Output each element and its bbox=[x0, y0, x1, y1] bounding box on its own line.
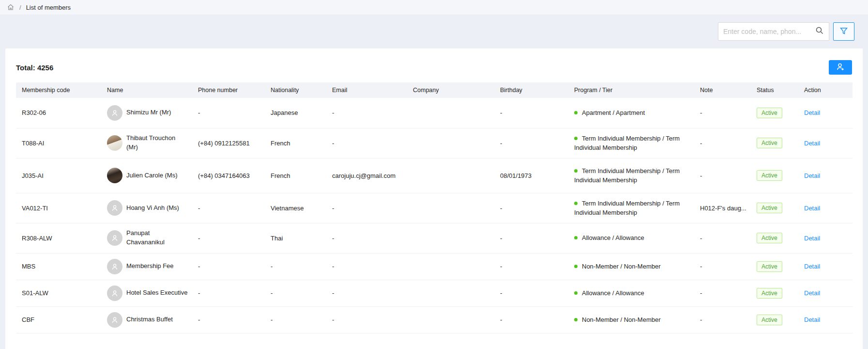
detail-link[interactable]: Detail bbox=[804, 263, 820, 270]
detail-link[interactable]: Detail bbox=[804, 109, 820, 116]
note-cell: - bbox=[695, 306, 752, 333]
toolbar bbox=[718, 22, 854, 41]
column-header: Note bbox=[695, 82, 752, 98]
home-icon[interactable] bbox=[7, 3, 15, 11]
status-badge: Active bbox=[757, 203, 782, 213]
avatar bbox=[107, 230, 122, 246]
detail-link[interactable]: Detail bbox=[804, 140, 820, 147]
program-status-dot bbox=[574, 265, 578, 268]
table-row: S01-ALW Hotel Sales Executive - - - - Al… bbox=[16, 280, 853, 306]
breadcrumb-current: List of members bbox=[26, 4, 71, 11]
program-tier-text: Term Individual Membership / Term Indivi… bbox=[574, 200, 680, 217]
column-header: Nationality bbox=[266, 82, 327, 98]
detail-link[interactable]: Detail bbox=[804, 289, 820, 297]
member-name: Hoang Vi Anh (Ms) bbox=[126, 204, 179, 213]
column-header: Status bbox=[752, 82, 799, 98]
name-cell: Shimizu Mr (Mr) bbox=[102, 98, 193, 128]
note-cell: - bbox=[695, 98, 752, 128]
status-cell: Active bbox=[752, 158, 799, 193]
name-cell: Julien Carole (Ms) bbox=[102, 158, 193, 193]
member-name: Thibaut Trouchon (Mr) bbox=[126, 134, 188, 152]
company-cell bbox=[408, 158, 495, 193]
detail-link[interactable]: Detail bbox=[804, 235, 820, 242]
member-name: Julien Carole (Ms) bbox=[126, 171, 177, 180]
action-cell: Detail bbox=[799, 306, 853, 333]
phone-cell: - bbox=[193, 280, 266, 306]
email-cell: carojuju.cj@gmail.com bbox=[327, 158, 408, 193]
member-name: Hotel Sales Executive bbox=[126, 288, 187, 298]
column-header: Action bbox=[799, 82, 853, 98]
company-cell bbox=[408, 98, 495, 128]
status-cell: Active bbox=[752, 128, 799, 158]
membership-code-cell: R302-06 bbox=[16, 98, 102, 128]
program-tier-text: Term Individual Membership / Term Indivi… bbox=[574, 167, 680, 184]
avatar bbox=[107, 135, 122, 151]
detail-link[interactable]: Detail bbox=[804, 172, 820, 179]
note-cell: - bbox=[695, 158, 752, 193]
action-cell: Detail bbox=[799, 128, 853, 158]
search-input[interactable] bbox=[723, 28, 815, 35]
program-tier-cell: Term Individual Membership / Term Indivi… bbox=[569, 193, 695, 223]
column-header: Name bbox=[102, 82, 193, 98]
birthday-cell: - bbox=[495, 223, 569, 253]
status-badge: Active bbox=[757, 138, 782, 148]
action-cell: Detail bbox=[799, 193, 853, 223]
detail-link[interactable]: Detail bbox=[804, 316, 820, 323]
phone-cell: - bbox=[193, 98, 266, 128]
action-cell: Detail bbox=[799, 158, 853, 193]
breadcrumb-separator: / bbox=[19, 4, 21, 11]
program-status-dot bbox=[574, 202, 578, 205]
name-cell: Membership Fee bbox=[102, 253, 193, 280]
add-member-button[interactable] bbox=[829, 60, 852, 75]
email-cell: - bbox=[327, 193, 408, 223]
email-cell: - bbox=[327, 223, 408, 253]
name-cell: Christmas Buffet bbox=[102, 306, 193, 333]
nationality-cell: Japanese bbox=[266, 98, 327, 128]
filter-button[interactable] bbox=[833, 22, 854, 41]
status-cell: Active bbox=[752, 253, 799, 280]
total-count: Total: 4256 bbox=[16, 63, 53, 72]
avatar bbox=[107, 200, 122, 216]
birthday-cell: - bbox=[495, 193, 569, 223]
program-tier-text: Term Individual Membership / Term Indivi… bbox=[574, 135, 680, 152]
note-cell: - bbox=[695, 128, 752, 158]
table-row: R302-06 Shimizu Mr (Mr) - Japanese - - A… bbox=[16, 98, 853, 128]
program-status-dot bbox=[574, 318, 578, 321]
column-header: Birthday bbox=[495, 82, 569, 98]
status-badge: Active bbox=[757, 288, 782, 299]
phone-cell: - bbox=[193, 193, 266, 223]
action-cell: Detail bbox=[799, 280, 853, 306]
avatar bbox=[107, 168, 122, 183]
birthday-cell: - bbox=[495, 128, 569, 158]
phone-cell: - bbox=[193, 223, 266, 253]
program-tier-text: Non-Member / Non-Member bbox=[582, 263, 661, 270]
avatar bbox=[107, 105, 122, 121]
birthday-cell: - bbox=[495, 306, 569, 333]
status-badge: Active bbox=[757, 233, 782, 243]
phone-cell: (+84) 0347164063 bbox=[193, 158, 266, 193]
name-cell: Hoang Vi Anh (Ms) bbox=[102, 193, 193, 223]
birthday-cell: - bbox=[495, 98, 569, 128]
note-cell: H012-F's daug... bbox=[695, 193, 752, 223]
avatar bbox=[107, 259, 122, 274]
detail-link[interactable]: Detail bbox=[804, 205, 820, 212]
status-badge: Active bbox=[757, 261, 782, 272]
table-row: R308-ALW Panupat Chavananikul - Thai - -… bbox=[16, 223, 853, 253]
email-cell: - bbox=[327, 128, 408, 158]
nationality-cell: French bbox=[266, 128, 327, 158]
nationality-cell: - bbox=[266, 306, 327, 333]
avatar bbox=[107, 312, 122, 328]
action-cell: Detail bbox=[799, 223, 853, 253]
action-cell: Detail bbox=[799, 253, 853, 280]
search-icon[interactable] bbox=[815, 26, 824, 37]
program-tier-cell: Allowance / Allowance bbox=[569, 223, 695, 253]
member-name: Membership Fee bbox=[126, 262, 174, 271]
action-cell: Detail bbox=[799, 98, 853, 128]
company-cell bbox=[408, 223, 495, 253]
phone-cell: - bbox=[193, 306, 266, 333]
company-cell bbox=[408, 128, 495, 158]
email-cell: - bbox=[327, 280, 408, 306]
note-cell: - bbox=[695, 253, 752, 280]
table-row: J035-AI Julien Carole (Ms) (+84) 0347164… bbox=[16, 158, 853, 193]
program-tier-cell: Non-Member / Non-Member bbox=[569, 306, 695, 333]
